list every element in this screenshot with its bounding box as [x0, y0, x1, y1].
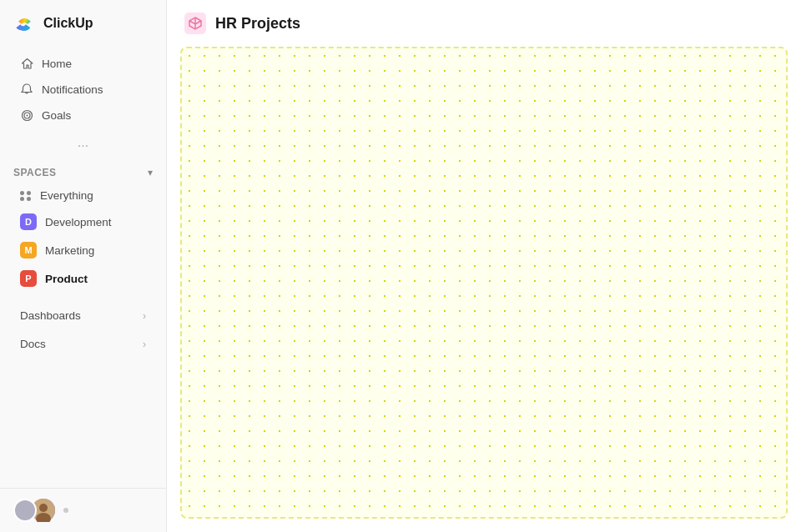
- logo-text: ClickUp: [43, 16, 93, 31]
- sidebar-item-goals[interactable]: Goals: [7, 103, 159, 128]
- status-dot: [63, 508, 68, 513]
- avatar-stack[interactable]: [13, 499, 55, 522]
- sidebar-nav: Home Notifications Goals: [0, 47, 166, 132]
- development-avatar: D: [20, 213, 37, 230]
- main-body: [180, 47, 788, 519]
- sidebar-bottom: [0, 488, 166, 532]
- home-icon: [20, 57, 33, 70]
- goals-label: Goals: [42, 109, 71, 122]
- sidebar-item-notifications[interactable]: Notifications: [7, 77, 159, 102]
- spaces-label: Spaces: [13, 167, 56, 178]
- docs-chevron-right-icon: ›: [143, 339, 146, 350]
- clickup-logo-icon: [13, 12, 37, 35]
- sidebar-item-home[interactable]: Home: [7, 51, 159, 76]
- avatar-initials: [13, 499, 37, 522]
- sidebar-item-everything[interactable]: Everything: [7, 184, 159, 207]
- sidebar-item-marketing[interactable]: M Marketing: [7, 237, 159, 263]
- bell-icon: [20, 83, 33, 96]
- sidebar-item-dashboards[interactable]: Dashboards ›: [7, 302, 159, 329]
- marketing-label: Marketing: [45, 244, 94, 257]
- sidebar-item-development[interactable]: D Development: [7, 208, 159, 235]
- cube-icon: [184, 12, 207, 35]
- chevron-down-icon: ▾: [148, 167, 153, 178]
- svg-point-4: [39, 504, 48, 512]
- docs-label: Docs: [20, 338, 46, 350]
- main-content: HR Projects: [167, 0, 801, 532]
- development-label: Development: [45, 216, 112, 228]
- sidebar-item-docs[interactable]: Docs ›: [7, 330, 159, 358]
- sidebar-item-product[interactable]: P Product: [7, 265, 159, 292]
- product-label: Product: [45, 273, 88, 285]
- marketing-avatar: M: [20, 242, 37, 258]
- dashboards-label: Dashboards: [20, 309, 81, 322]
- dashboards-chevron-right-icon: ›: [143, 310, 146, 322]
- everything-icon: [20, 191, 32, 201]
- page-title: HR Projects: [215, 15, 300, 33]
- svg-point-2: [26, 114, 28, 116]
- product-avatar: P: [20, 270, 37, 287]
- divider: ···: [0, 132, 166, 160]
- spaces-header[interactable]: Spaces ▾: [0, 160, 166, 183]
- main-header: HR Projects: [167, 0, 801, 47]
- home-label: Home: [42, 58, 72, 70]
- sidebar: ClickUp Home Notifications: [0, 0, 167, 532]
- logo[interactable]: ClickUp: [0, 0, 166, 47]
- notifications-label: Notifications: [42, 83, 103, 96]
- target-icon: [20, 108, 33, 122]
- everything-label: Everything: [40, 189, 93, 202]
